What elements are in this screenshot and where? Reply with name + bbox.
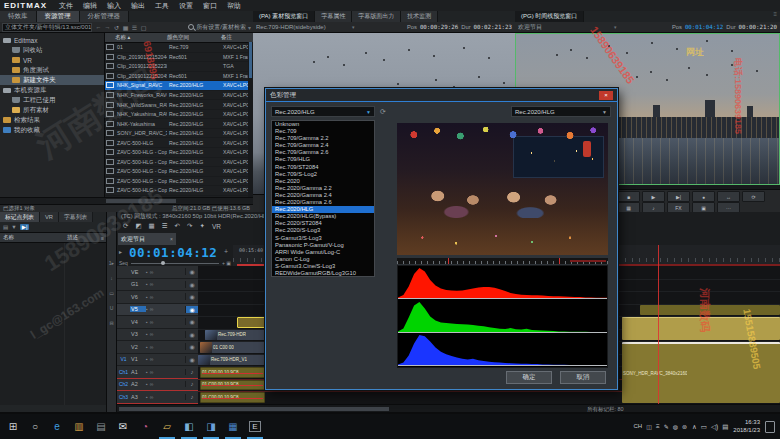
- player-tab[interactable]: 字幕版面出力: [352, 11, 401, 22]
- colorspace-option[interactable]: S-Gamut3.Cine/S-Log3: [272, 263, 374, 270]
- colorspace-option[interactable]: Rec.2020: [272, 178, 374, 185]
- transport-button[interactable]: ▶: [642, 191, 665, 202]
- edge-icon[interactable]: e: [46, 414, 68, 439]
- source-clip-dropdown[interactable]: Rec.709-HDR(sidebyside): [256, 24, 352, 30]
- colorspace-option[interactable]: Panasonic P-Gamut/V-Log: [272, 242, 374, 249]
- track-header[interactable]: V4▪∞◉: [117, 316, 198, 329]
- marker-add-button[interactable]: ▶|: [20, 224, 30, 230]
- eye-icon[interactable]: ◉: [185, 281, 198, 288]
- target-colorspace-dropdown[interactable]: Rec.2020/HLG ▼: [511, 106, 611, 117]
- timeline-clip[interactable]: Rec.709-HDR_V1: [198, 355, 265, 366]
- table-row[interactable]: NHK_Signal_RAVCRec.2020/HLGXAVC+LPCM 2c: [105, 81, 253, 91]
- source-colorspace-dropdown[interactable]: Rec.2020/HLG ▼: [271, 106, 375, 117]
- track-header[interactable]: V1V1▪∞◉: [117, 354, 198, 367]
- cancel-button[interactable]: 取消: [560, 371, 606, 384]
- tree-item[interactable]: 新建文件夹: [0, 75, 104, 85]
- current-timecode[interactable]: 00:01:04:12: [129, 245, 217, 260]
- tool-icon[interactable]: ↓: [110, 275, 113, 281]
- transport-button[interactable]: ▶|: [667, 191, 690, 202]
- ok-button[interactable]: 确定: [506, 371, 552, 384]
- colorspace-option[interactable]: ARRI Wide Gamut/Log-C: [272, 249, 374, 256]
- tree-item[interactable]: 所有素材: [0, 105, 104, 115]
- menu-item[interactable]: 窗口: [203, 1, 217, 11]
- eye-icon[interactable]: ◉: [185, 293, 198, 300]
- transport-button[interactable]: ●: [692, 191, 715, 202]
- timeline-clip[interactable]: 01 C00 00 10 9C8: [200, 392, 265, 403]
- timeline-tool-icon[interactable]: ↷: [187, 222, 192, 230]
- table-row[interactable]: ZAVC-500-HLG - CopyRec.2020/HLGXAVC+LPCM…: [105, 148, 253, 158]
- colorspace-option[interactable]: Rec.709/S-Log2: [272, 171, 374, 178]
- tree-item[interactable]: 检索结果: [0, 115, 104, 125]
- track-header[interactable]: V3▪∞◉: [117, 329, 198, 342]
- menu-item[interactable]: 输入: [107, 1, 121, 11]
- bin-tab[interactable]: 特效库: [0, 11, 37, 22]
- tree-item[interactable]: 我的收藏: [0, 125, 104, 135]
- tray-icon[interactable]: ◁): [711, 423, 718, 431]
- colorspace-option[interactable]: Rec.2020/Gamma 2.6: [272, 199, 374, 206]
- tool-icon[interactable]: ▭: [109, 290, 114, 296]
- eye-icon[interactable]: ◉: [185, 306, 198, 313]
- colorspace-option[interactable]: Rec.2020/HLG: [272, 206, 374, 213]
- track-header[interactable]: G1▪∞◉: [117, 279, 198, 292]
- tray-icon[interactable]: ▭: [701, 423, 707, 431]
- tray-icon[interactable]: ◍: [673, 423, 678, 430]
- eye-icon[interactable]: ◉: [185, 318, 198, 325]
- tool-icon[interactable]: ⊟: [109, 320, 113, 326]
- timeline-clip[interactable]: [622, 317, 780, 340]
- track-header[interactable]: Ch2A2▪∞♪: [117, 379, 198, 392]
- speaker-icon[interactable]: ♪: [185, 369, 198, 375]
- colorspace-option[interactable]: Unknown: [272, 121, 374, 128]
- colorspace-option[interactable]: Rec.2020/Gamma 2.2: [272, 185, 374, 192]
- notes-icon[interactable]: ◨: [200, 414, 222, 439]
- tree-item[interactable]: Editmax: [0, 35, 104, 45]
- explorer-icon[interactable]: ▱: [156, 414, 178, 439]
- track-header[interactable]: Ch3A3▪∞♪: [117, 391, 198, 404]
- tool-icon[interactable]: 1▸: [109, 260, 114, 266]
- toolbar-icon[interactable]: ☰: [130, 24, 139, 31]
- search-button[interactable]: ○: [24, 414, 46, 439]
- table-row[interactable]: Clip_20190122152044(1)Rec601MXF 1 Frame: [105, 53, 253, 63]
- timeline-tool-icon[interactable]: ⟳: [123, 222, 128, 230]
- marker-tool-icon[interactable]: ▤: [3, 224, 8, 230]
- colorspace-option[interactable]: Canon C-Log: [272, 256, 374, 263]
- transport-button[interactable]: ⟳: [742, 191, 765, 202]
- tab-timeline-preview[interactable]: (PG) 时间线预览窗口: [515, 11, 584, 22]
- table-row[interactable]: Clip_20190122152238(1)TGA: [105, 62, 253, 72]
- toolbar-icon[interactable]: ↺: [112, 24, 121, 31]
- panel-menu-icon[interactable]: ≡: [770, 11, 780, 22]
- column-header[interactable]: 描述: [67, 234, 78, 241]
- eye-icon[interactable]: ◉: [185, 331, 198, 338]
- timeline-clip[interactable]: [640, 305, 780, 316]
- timeline-tool-icon[interactable]: ▦: [149, 222, 155, 230]
- dialog-title-bar[interactable]: 色彩管理 ×: [266, 89, 617, 102]
- app-icon[interactable]: ▦: [222, 414, 244, 439]
- colorspace-option[interactable]: Rec.709: [272, 128, 374, 135]
- colorspace-option[interactable]: Rec.2020/S-Log3: [272, 227, 374, 234]
- tree-item[interactable]: 回收站: [0, 45, 104, 55]
- player-tab[interactable]: 字幕属性: [315, 11, 352, 22]
- marker-tab[interactable]: 标记点列表: [0, 212, 40, 222]
- tool-icon[interactable]: U: [110, 305, 114, 311]
- speaker-icon[interactable]: ♪: [185, 381, 198, 387]
- sort-icon[interactable]: ≡: [101, 235, 106, 241]
- colorspace-option[interactable]: S-Gamut3/S-Log3: [272, 235, 374, 242]
- player-tab[interactable]: (PA) 素材预览窗口: [253, 11, 315, 22]
- timeline-tool-icon[interactable]: ✦: [200, 222, 205, 230]
- search-box[interactable]: 所有设置/素材检索 ▾: [188, 23, 251, 32]
- menu-item[interactable]: 帮助: [227, 1, 241, 11]
- colorspace-option[interactable]: Rec.709/HLG: [272, 156, 374, 163]
- tree-item[interactable]: 工程已使用: [0, 95, 104, 105]
- timeline-clip[interactable]: 01 C00 00 10 9C8: [200, 380, 265, 391]
- timecode-prefix-icon[interactable]: ▸: [119, 248, 122, 255]
- track-header[interactable]: V5▪∞◉: [117, 304, 198, 317]
- timeline-clip[interactable]: 01 C00 00: [200, 342, 265, 353]
- table-row[interactable]: ZAVC-500-HLGRec.2020/HLGXAVC+LPCM 2c: [105, 138, 253, 148]
- tray-icon[interactable]: CH: [633, 423, 642, 430]
- timeline-clip[interactable]: [237, 317, 265, 328]
- timeline-tool-icon[interactable]: VR: [212, 223, 221, 230]
- menu-item[interactable]: 文件: [59, 1, 73, 11]
- table-row[interactable]: ZAVC-500-HLG - Copy (4)Rec.2020/HLGXAVC+…: [105, 177, 253, 187]
- colorspace-option[interactable]: Rec.2020/Gamma 2.4: [272, 192, 374, 199]
- table-row[interactable]: 01Rec.709XAVC+LPCM 2c: [105, 43, 253, 53]
- column-header[interactable]: 名称 ▴: [113, 34, 165, 41]
